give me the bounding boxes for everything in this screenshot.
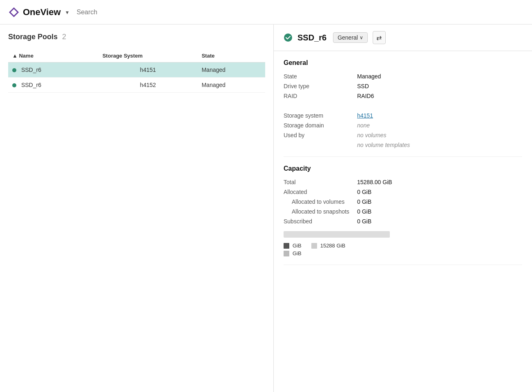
refresh-button[interactable]: ⇄ [373,31,386,44]
right-panel: SSD_r6 General ∨ ⇄ General State Managed… [274,24,532,392]
general-grid: State Managed Drive type SSD RAID RAID6 … [284,73,522,148]
detail-title: SSD_r6 [297,33,326,42]
field-label-empty1 [284,102,357,109]
field-value-used-by-templates: no volume templates [357,142,522,148]
table-row[interactable]: SSD_r6 h4152 Managed [8,78,265,93]
search-input[interactable] [77,9,159,16]
left-panel: Storage Pools 2 ▲ Name Storage System St… [0,24,274,392]
field-value-storage-domain: none [357,122,522,129]
field-label-state: State [284,73,357,80]
field-value-raid: RAID6 [357,93,522,99]
table-header-row: ▲ Name Storage System State [8,49,265,62]
legend-row-free: GiB [284,250,522,256]
legend-row-used: GiB 15288 GiB [284,243,522,249]
row-state-cell: Managed [197,62,265,78]
col-header-name[interactable]: ▲ Name [8,49,98,62]
detail-tab-label: General [338,34,358,41]
legend-label-free: GiB [293,250,302,256]
svg-marker-0 [10,8,18,16]
table-row[interactable]: SSD_r6 h4151 Managed [8,62,265,78]
capacity-section: Capacity Total 15288.00 GiB Allocated 0 … [284,157,522,265]
panel-title-count: 2 [62,33,66,41]
field-label-storage-domain: Storage domain [284,122,357,129]
row-storage-cell: h4152 [98,78,198,93]
legend-label-total: 15288 GiB [320,243,345,249]
row-state-cell: Managed [197,78,265,93]
field-label-allocated-volumes: Allocated to volumes [284,198,357,205]
general-section: General State Managed Drive type SSD RAI… [284,51,522,157]
panel-title-text: Storage Pools [8,33,58,41]
field-value-storage-system[interactable]: h4151 [357,112,522,119]
detail-header: SSD_r6 General ∨ ⇄ [274,24,532,51]
field-value-drive-type: SSD [357,83,522,89]
field-label-total: Total [284,179,357,185]
field-value-subscribed: 0 GiB [357,218,522,225]
field-label-drive-type: Drive type [284,83,357,89]
field-value-empty1 [357,102,522,109]
field-label-allocated: Allocated [284,189,357,195]
field-value-state: Managed [357,73,522,80]
capacity-section-title: Capacity [284,165,522,172]
status-dot-green [12,68,16,72]
col-header-state[interactable]: State [197,49,265,62]
row-name-cell: SSD_r6 [8,78,98,93]
row-storage-cell: h4151 [98,62,198,78]
field-label-used-by-2 [284,142,357,148]
app-title: OneView [23,7,61,18]
legend-swatch-light [311,243,317,249]
col-name-label: ▲ Name [12,53,34,59]
detail-body: General State Managed Drive type SSD RAI… [274,51,532,265]
detail-tab-general[interactable]: General ∨ [333,32,368,43]
col-header-storage[interactable]: Storage System [98,49,198,62]
panel-title: Storage Pools 2 [8,33,265,41]
field-label-storage-system: Storage system [284,112,357,119]
legend-swatch-dark [284,243,289,249]
field-label-used-by: Used by [284,132,357,138]
capacity-legend: GiB 15288 GiB GiB [284,243,522,256]
field-value-total: 15288.00 GiB [357,179,522,185]
field-label-subscribed: Subscribed [284,218,357,225]
capacity-grid: Total 15288.00 GiB Allocated 0 GiB Alloc… [284,179,522,225]
status-dot-green [12,83,16,87]
chevron-down-icon: ∨ [360,35,363,40]
field-value-allocated: 0 GiB [357,189,522,195]
svg-point-1 [284,33,292,42]
app-dropdown-arrow[interactable]: ▾ [66,9,69,16]
field-value-used-by-volumes: no volumes [357,132,522,138]
field-label-allocated-snapshots: Allocated to snapshots [284,208,357,215]
row-name: SSD_r6 [21,82,41,88]
field-value-allocated-volumes: 0 GiB [357,198,522,205]
field-value-allocated-snapshots: 0 GiB [357,208,522,215]
refresh-icon: ⇄ [376,34,382,42]
general-section-title: General [284,59,522,67]
field-label-raid: RAID [284,93,357,99]
main-layout: Storage Pools 2 ▲ Name Storage System St… [0,24,532,392]
legend-label-used: GiB [293,243,302,249]
capacity-bar [284,231,390,238]
row-name: SSD_r6 [21,67,41,73]
app-header: OneView ▾ [0,0,532,24]
storage-pools-table: ▲ Name Storage System State SSD_r6 h4151… [8,49,265,93]
status-check-icon [284,33,293,42]
row-name-cell: SSD_r6 [8,62,98,78]
oneview-logo-icon [8,7,20,18]
legend-swatch-lighter [284,251,289,256]
